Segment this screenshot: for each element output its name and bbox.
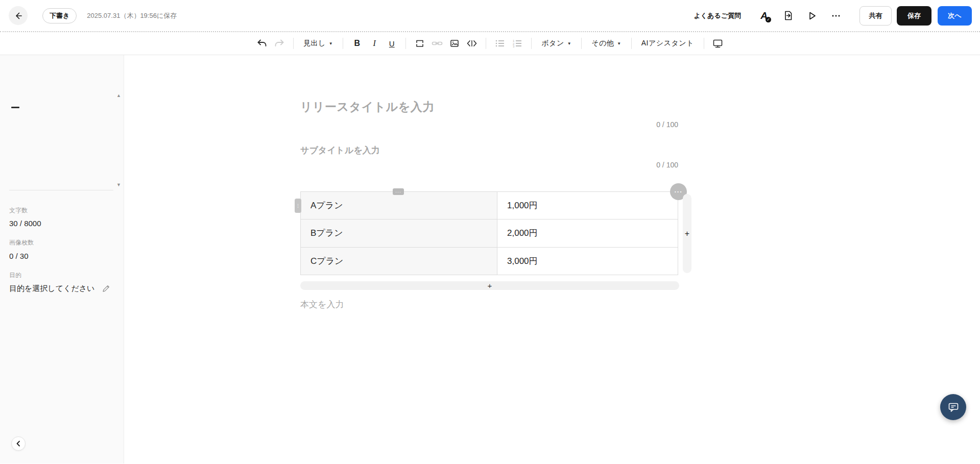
- add-column-button[interactable]: +: [683, 194, 691, 273]
- status-badge: 下書き: [42, 8, 77, 23]
- underline-button[interactable]: U: [384, 35, 400, 52]
- chevron-down-icon: ▼: [567, 41, 571, 46]
- app-root: 下書き 2025.07.31（木）19:56に保存 よくあるご質問 A ✓: [0, 0, 980, 464]
- table-row-drag-handle[interactable]: ⋮: [295, 199, 301, 213]
- image-icon: [449, 38, 460, 48]
- toolbar-divider: [581, 38, 582, 49]
- heading-dropdown[interactable]: 見出し ▼: [299, 35, 337, 52]
- title-counter: 0 / 100: [656, 120, 678, 129]
- toolbar-divider: [343, 38, 343, 49]
- redo-icon: [274, 38, 285, 48]
- scroll-down-icon[interactable]: ▼: [116, 182, 121, 187]
- header-actions: よくあるご質問 A ✓ 共有 保存: [694, 6, 972, 26]
- body-text-input[interactable]: 本文を入力: [300, 299, 344, 310]
- chat-bubble-icon: [947, 401, 960, 414]
- sidebar-collapse-button[interactable]: [11, 436, 26, 451]
- chevron-down-icon: ▼: [617, 41, 621, 46]
- add-row-button[interactable]: +: [300, 281, 679, 290]
- code-icon: [466, 38, 477, 48]
- undo-icon: [256, 38, 268, 48]
- saved-timestamp: 2025.07.31（木）19:56に保存: [87, 11, 177, 20]
- link-icon: [432, 38, 443, 48]
- toolbar-divider: [486, 38, 486, 49]
- outline-item-empty-title[interactable]: [11, 107, 19, 108]
- image-count-value: 0 / 30: [9, 252, 29, 260]
- editor-toolbar: 見出し ▼ B I U: [0, 32, 980, 55]
- proofread-button[interactable]: A ✓: [754, 6, 774, 26]
- chevron-left-icon: [14, 439, 23, 448]
- top-header: 下書き 2025.07.31（木）19:56に保存 よくあるご質問 A ✓: [0, 0, 980, 32]
- link-button[interactable]: [429, 35, 445, 52]
- price-cell[interactable]: 1,000円: [497, 192, 678, 219]
- table-column-handle[interactable]: ···: [393, 188, 404, 195]
- image-count-label: 画像枚数: [9, 238, 34, 247]
- section-divider-icon: [415, 38, 425, 48]
- ai-assistant-button[interactable]: AIアシスタント: [637, 35, 698, 52]
- subtitle-counter: 0 / 100: [656, 161, 678, 169]
- redo-button[interactable]: [271, 35, 288, 52]
- code-button[interactable]: [464, 35, 480, 52]
- next-button[interactable]: 次へ: [938, 6, 972, 26]
- sidebar-divider: [9, 190, 113, 190]
- char-count-label: 文字数: [9, 206, 28, 215]
- svg-text:3: 3: [513, 45, 515, 48]
- export-document-icon: [783, 10, 794, 21]
- sidebar: ▲ ▼ 文字数 30 / 8000 画像枚数 0 / 30 目的 目的を選択して…: [0, 55, 124, 463]
- plus-icon: +: [685, 229, 689, 238]
- share-button[interactable]: 共有: [859, 6, 892, 26]
- italic-button[interactable]: I: [366, 35, 383, 52]
- purpose-label: 目的: [9, 271, 21, 280]
- numbered-list-button[interactable]: 123: [509, 35, 525, 52]
- others-dropdown-label: その他: [591, 39, 614, 48]
- toolbar-divider: [631, 38, 632, 49]
- price-cell[interactable]: 2,000円: [497, 219, 678, 247]
- button-dropdown-label: ボタン: [541, 39, 564, 48]
- main-area: ▲ ▼ 文字数 30 / 8000 画像枚数 0 / 30 目的 目的を選択して…: [0, 55, 980, 463]
- image-button[interactable]: [446, 35, 463, 52]
- bold-button[interactable]: B: [349, 35, 365, 52]
- purpose-row: 目的を選択してください: [9, 284, 110, 294]
- more-dots-icon: [831, 11, 841, 21]
- undo-button[interactable]: [254, 35, 270, 52]
- back-button[interactable]: [9, 6, 28, 25]
- edit-pencil-icon[interactable]: [102, 284, 110, 293]
- plan-cell[interactable]: Aプラン: [301, 192, 497, 219]
- editor-canvas: リリースタイトルを入力 0 / 100 サブタイトルを入力 0 / 100 ··…: [124, 55, 980, 463]
- heading-dropdown-label: 見出し: [303, 39, 326, 48]
- table-row: Cプラン 3,000円: [301, 247, 678, 275]
- back-arrow-icon: [13, 11, 23, 21]
- char-count-value: 30 / 8000: [9, 219, 41, 228]
- toolbar-divider: [704, 38, 704, 49]
- chat-support-button[interactable]: [940, 394, 966, 420]
- play-icon: [807, 11, 817, 21]
- price-cell[interactable]: 3,000円: [497, 247, 678, 275]
- price-table: Aプラン 1,000円 Bプラン 2,000円 Cプラン 3,000円: [300, 191, 678, 275]
- plan-cell[interactable]: Cプラン: [301, 247, 497, 275]
- save-button[interactable]: 保存: [897, 6, 931, 26]
- divider-block-button[interactable]: [412, 35, 428, 52]
- release-title-input[interactable]: リリースタイトルを入力: [300, 99, 435, 115]
- table-row: Aプラン 1,000円: [301, 192, 678, 219]
- toolbar-divider: [293, 38, 294, 49]
- button-block-dropdown[interactable]: ボタン ▼: [537, 35, 576, 52]
- bullet-list-icon: [494, 38, 506, 48]
- chevron-down-icon: ▼: [329, 41, 333, 46]
- toolbar-divider: [405, 38, 406, 49]
- purpose-value: 目的を選択してください: [9, 284, 94, 294]
- preview-play-button[interactable]: [802, 6, 822, 26]
- monitor-icon: [712, 38, 723, 48]
- toolbar-divider: [531, 38, 532, 49]
- plan-cell[interactable]: Bプラン: [301, 219, 497, 247]
- price-table-block: ··· ··· ⋮ Aプラン 1,000円 Bプラン 2,000円: [300, 191, 679, 275]
- more-options-button[interactable]: [826, 6, 846, 26]
- others-dropdown[interactable]: その他 ▼: [587, 35, 626, 52]
- table-row: Bプラン 2,000円: [301, 219, 678, 247]
- faq-link[interactable]: よくあるご質問: [694, 11, 741, 20]
- export-document-button[interactable]: [778, 6, 798, 26]
- check-badge-icon: ✓: [766, 17, 771, 22]
- scroll-up-icon[interactable]: ▲: [116, 93, 121, 98]
- subtitle-input[interactable]: サブタイトルを入力: [300, 144, 380, 156]
- preview-monitor-button[interactable]: [710, 35, 726, 52]
- numbered-list-icon: 123: [512, 38, 523, 48]
- bullet-list-button[interactable]: [492, 35, 508, 52]
